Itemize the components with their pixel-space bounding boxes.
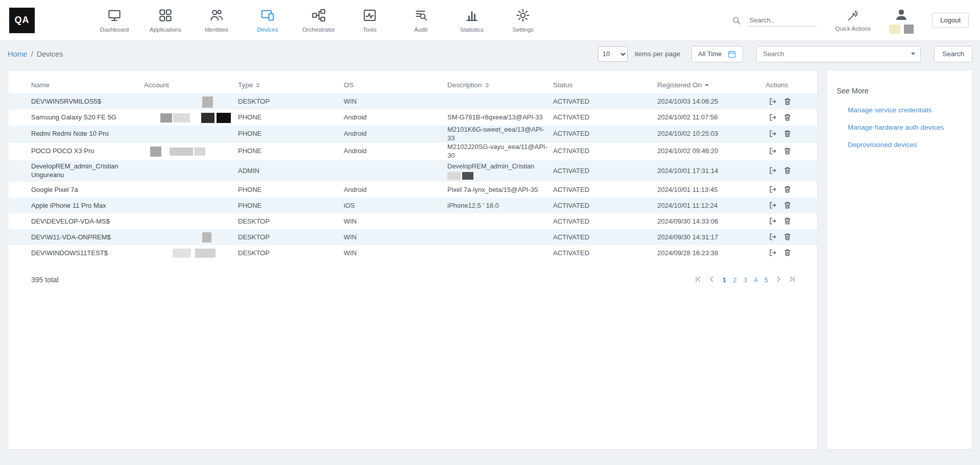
nav-item-label: Audit	[414, 27, 427, 33]
page-number-1[interactable]: 1	[721, 276, 727, 284]
column-header-registered-on[interactable]: Registered On	[657, 81, 766, 89]
logout-button[interactable]: Logout	[932, 13, 969, 28]
quick-actions-button[interactable]: Quick Actions	[835, 9, 871, 32]
cell-registered-on: 2024/10/02 10:25:03	[657, 126, 766, 142]
cell-registered-on: 2024/10/03 14:06:25	[657, 94, 766, 110]
page-number-5[interactable]: 5	[763, 276, 769, 284]
trash-icon	[783, 97, 792, 106]
first-page-button[interactable]	[694, 275, 703, 284]
cell-status: ACTIVATED	[553, 229, 657, 245]
delete-device-button[interactable]	[782, 146, 793, 157]
redacted-block	[150, 146, 161, 157]
avatar-badge	[904, 25, 914, 34]
time-filter-button[interactable]: All Time	[691, 46, 743, 62]
chevron-down-icon	[911, 53, 915, 55]
table-search-input[interactable]	[762, 50, 907, 58]
cell-status: ACTIVATED	[553, 182, 657, 198]
cell-type: PHONE	[238, 198, 344, 213]
delete-device-button[interactable]	[782, 201, 793, 211]
nav-item-devices[interactable]: Devices	[242, 8, 293, 33]
cell-description: SM-G781B-r8qxeea/13@API-33	[447, 110, 553, 126]
global-search-input[interactable]	[749, 14, 817, 27]
cell-description: M2102J20SG-vayu_eea/11@API-30	[447, 143, 553, 160]
device-log-button[interactable]	[768, 146, 778, 157]
prev-page-button[interactable]	[707, 275, 716, 284]
avatar-badges	[889, 25, 914, 34]
export-icon	[768, 216, 777, 226]
table-row: Redmi Redmi Note 10 ProPHONEAndroidM2101…	[8, 126, 817, 143]
cell-registered-on: 2024/10/01 11:12:24	[657, 198, 766, 213]
nav-item-tools[interactable]: Tools	[344, 8, 395, 33]
delete-device-button[interactable]	[782, 97, 793, 107]
tools-icon	[362, 8, 377, 23]
total-count-label: 395 total	[31, 276, 59, 284]
description-text: DevelopREM_admin_Cristian	[447, 162, 535, 171]
redacted-block	[173, 249, 191, 258]
main-content: NameAccountTypeOSDescriptionStatusRegist…	[0, 67, 980, 456]
delete-device-button[interactable]	[782, 248, 793, 258]
nav-item-identities[interactable]: Identities	[191, 8, 242, 33]
device-log-button[interactable]	[768, 166, 778, 176]
cell-account	[144, 143, 238, 159]
nav-item-applications[interactable]: Applications	[140, 8, 191, 33]
delete-device-button[interactable]	[782, 216, 793, 227]
device-log-button[interactable]	[768, 248, 778, 258]
items-per-page-select[interactable]: 10	[598, 46, 628, 62]
avatar-badge	[889, 25, 900, 34]
table-row: Google Pixel 7aPHONEAndroidPixel 7a-lynx…	[8, 182, 817, 198]
nav-item-statistics[interactable]: Statistics	[446, 8, 497, 33]
cell-os: Android	[344, 182, 447, 198]
nav-item-label: Settings	[512, 27, 534, 33]
delete-device-button[interactable]	[782, 166, 793, 176]
search-button[interactable]: Search	[934, 46, 972, 62]
page-number-4[interactable]: 4	[753, 276, 759, 284]
table-search-combobox[interactable]	[756, 46, 921, 62]
column-header-type[interactable]: Type	[238, 81, 344, 89]
nav-item-orchestrator[interactable]: Orchestrator	[293, 8, 344, 33]
delete-device-button[interactable]	[782, 185, 793, 195]
cell-status: ACTIVATED	[553, 213, 657, 229]
device-log-button[interactable]	[768, 113, 778, 123]
page-number-2[interactable]: 2	[732, 276, 738, 284]
pagination-next-icon	[774, 275, 782, 283]
export-icon	[768, 201, 777, 210]
delete-device-button[interactable]	[782, 113, 793, 123]
nav-item-audit[interactable]: Audit	[395, 8, 446, 33]
breadcrumb-home-link[interactable]: Home	[8, 50, 28, 58]
cell-os: WIN	[344, 94, 447, 110]
cell-name: DEV\W11-VDA-ONPREM$	[31, 229, 144, 245]
see-more-link[interactable]: Deprovisioned devices	[848, 141, 964, 149]
column-label: Status	[553, 81, 572, 89]
devices-icon	[260, 8, 275, 23]
see-more-link[interactable]: Manage hardware auth devices	[848, 124, 964, 131]
cell-type: PHONE	[238, 143, 344, 159]
table-body: DEV\WINSRVMILOS5$DESKTOPWINACTIVATED2024…	[8, 94, 817, 261]
nav-item-dashboard[interactable]: Dashboard	[89, 8, 140, 33]
page-number-3[interactable]: 3	[742, 276, 748, 284]
cell-account	[144, 229, 238, 245]
redacted-group	[144, 96, 213, 108]
redacted-block	[447, 172, 461, 180]
device-log-button[interactable]	[768, 216, 778, 227]
device-log-button[interactable]	[768, 201, 778, 211]
device-log-button[interactable]	[768, 97, 778, 107]
redacted-block	[194, 148, 205, 156]
nav-item-settings[interactable]: Settings	[497, 8, 548, 33]
next-page-button[interactable]	[774, 275, 783, 284]
last-page-button[interactable]	[787, 275, 797, 284]
trash-icon	[783, 146, 792, 156]
column-label: Registered On	[657, 81, 702, 89]
cell-os: WIN	[344, 213, 447, 229]
pagination-first-icon	[694, 275, 702, 283]
cell-description: DevelopREM_admin_Cristian	[447, 160, 553, 182]
user-avatar[interactable]	[889, 7, 914, 34]
column-header-description[interactable]: Description	[447, 81, 553, 89]
redacted-block	[202, 96, 213, 108]
delete-device-button[interactable]	[782, 129, 793, 139]
device-log-button[interactable]	[768, 232, 778, 242]
delete-device-button[interactable]	[782, 232, 793, 242]
device-log-button[interactable]	[768, 185, 778, 195]
device-log-button[interactable]	[768, 129, 778, 139]
see-more-link[interactable]: Manage service credentials	[848, 106, 964, 114]
devices-table-card: NameAccountTypeOSDescriptionStatusRegist…	[8, 70, 818, 450]
